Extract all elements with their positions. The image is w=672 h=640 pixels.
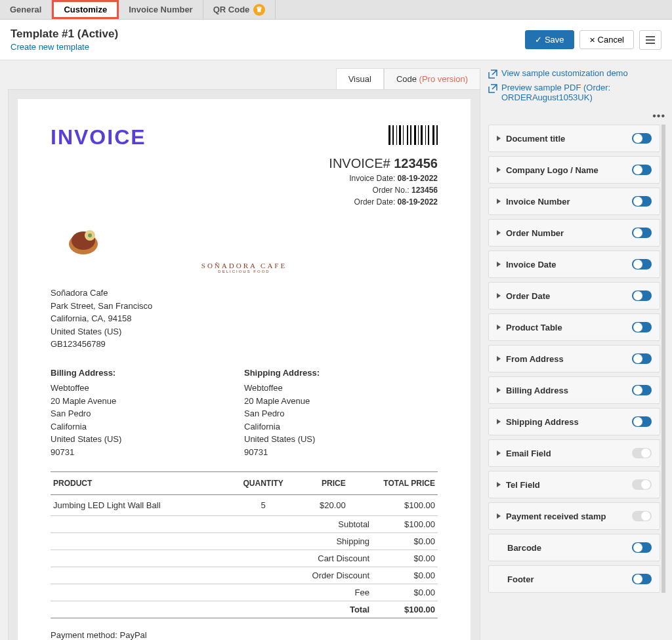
invoice-preview: INVOICE INVOICE# 123456 Invoice Date: 08…: [18, 99, 471, 640]
expand-arrow-icon: [497, 450, 501, 456]
invoice-number-display: INVOICE# 123456: [51, 156, 438, 171]
totals-row: Fee$0.00: [51, 584, 438, 601]
panel-barcode[interactable]: Barcode: [488, 534, 660, 561]
expand-arrow-icon: [497, 293, 501, 298]
col-product: PRODUCT: [51, 472, 228, 495]
panel-label: Product Table: [506, 323, 562, 332]
toggle-switch[interactable]: [632, 133, 652, 144]
toggle-switch[interactable]: [632, 290, 652, 301]
expand-arrow-icon: [497, 356, 501, 361]
panel-invoice-number[interactable]: Invoice Number: [488, 188, 660, 215]
tab-invoice-number[interactable]: Invoice Number: [119, 0, 203, 19]
expand-arrow-icon: [497, 230, 501, 235]
panel-label: Billing Address: [506, 386, 568, 395]
panel-tel-field[interactable]: Tel Field: [488, 471, 660, 498]
hamburger-icon: [646, 36, 655, 44]
panel-label: Payment received stamp: [506, 511, 606, 521]
invoice-title: INVOICE: [51, 125, 146, 150]
panel-order-date[interactable]: Order Date: [488, 282, 660, 310]
toggle-switch[interactable]: [632, 574, 652, 584]
order-no: Order No.: 123456: [51, 184, 438, 196]
tab-qr-code-label: QR Code: [213, 5, 250, 14]
toggle-switch[interactable]: [632, 385, 652, 395]
panel-label: From Address: [506, 354, 564, 364]
toggle-switch[interactable]: [632, 259, 652, 270]
order-date: Order Date: 08-19-2022: [51, 196, 438, 208]
panel-label: Footer: [507, 574, 534, 584]
panel-label: Order Number: [506, 228, 564, 238]
panel-from-address[interactable]: From Address: [488, 345, 660, 372]
view-tab-code-label: Code: [396, 74, 417, 84]
panel-label: Tel Field: [506, 480, 540, 490]
panel-label: Email Field: [506, 449, 551, 458]
col-quantity: QUANTITY: [228, 472, 299, 495]
panel-document-title[interactable]: Document title: [488, 125, 660, 152]
toggle-switch[interactable]: [632, 511, 652, 521]
toggle-switch[interactable]: [632, 353, 652, 364]
view-tabs: Visual Code (Pro version): [8, 68, 480, 89]
expand-arrow-icon: [497, 482, 501, 487]
toggle-switch[interactable]: [632, 228, 652, 238]
panel-product-table[interactable]: Product Table: [488, 313, 660, 341]
toggle-switch[interactable]: [632, 479, 652, 490]
panel-payment-received-stamp[interactable]: Payment received stamp: [488, 502, 660, 530]
barcode-icon: [388, 125, 438, 145]
tab-general[interactable]: General: [0, 0, 52, 19]
logo-text: SOÑADORA CAFE: [51, 262, 438, 270]
billing-address: Billing Address: Webtoffee20 Maple Avenu…: [51, 367, 244, 459]
toggle-switch[interactable]: [632, 165, 652, 175]
create-template-link[interactable]: Create new template: [10, 42, 89, 52]
toggle-switch[interactable]: [632, 448, 652, 458]
preview-canvas: INVOICE INVOICE# 123456 Invoice Date: 08…: [8, 89, 480, 640]
col-price: PRICE: [299, 472, 348, 495]
panel-label: Barcode: [507, 543, 541, 553]
col-total: TOTAL PRICE: [348, 472, 438, 495]
more-dots-icon[interactable]: •••: [488, 110, 665, 122]
totals-block: Subtotal$100.00Shipping$0.00Cart Discoun…: [51, 516, 438, 618]
panel-billing-address[interactable]: Billing Address: [488, 376, 660, 404]
panel-email-field[interactable]: Email Field: [488, 439, 660, 467]
company-logo: SOÑADORA CAFE DELICIOUS FOOD: [51, 216, 438, 273]
panel-label: Document title: [506, 134, 565, 144]
panel-order-number[interactable]: Order Number: [488, 219, 660, 247]
pro-label: (Pro version): [419, 74, 468, 84]
expand-arrow-icon: [497, 136, 501, 141]
logo-icon: [64, 221, 103, 257]
logo-subtext: DELICIOUS FOOD: [51, 270, 438, 273]
panel-label: Shipping Address: [506, 417, 579, 427]
crown-icon: ♛: [253, 4, 265, 16]
panel-company-logo-name[interactable]: Company Logo / Name: [488, 156, 660, 184]
expand-arrow-icon: [497, 513, 501, 519]
grand-total-row: Total$100.00: [51, 601, 438, 618]
panel-label: Invoice Number: [506, 197, 570, 207]
expand-arrow-icon: [497, 167, 501, 172]
menu-button[interactable]: [639, 30, 662, 50]
panel-invoice-date[interactable]: Invoice Date: [488, 250, 660, 278]
customization-panels: Document titleCompany Logo / NameInvoice…: [488, 125, 665, 593]
totals-row: Cart Discount$0.00: [51, 550, 438, 567]
toggle-switch[interactable]: [632, 196, 652, 207]
toggle-switch[interactable]: [632, 322, 652, 332]
svg-point-3: [88, 233, 92, 237]
external-link-icon: [488, 84, 497, 93]
demo-link[interactable]: View sample customization demo: [488, 68, 665, 79]
settings-tabs: General Customize Invoice Number QR Code…: [0, 0, 672, 20]
panel-shipping-address[interactable]: Shipping Address: [488, 408, 660, 435]
cancel-button[interactable]: Cancel: [579, 30, 634, 49]
expand-arrow-icon: [497, 388, 501, 393]
preview-pdf-link[interactable]: Preview sample PDF (Order: ORDERAugust10…: [488, 83, 665, 102]
view-tab-visual[interactable]: Visual: [336, 68, 384, 89]
tab-qr-code[interactable]: QR Code ♛: [203, 0, 276, 19]
template-title: Template #1 (Active): [10, 28, 118, 41]
toggle-switch[interactable]: [632, 542, 652, 553]
tab-customize[interactable]: Customize: [52, 0, 119, 19]
totals-row: Order Discount$0.00: [51, 567, 438, 584]
save-button[interactable]: Save: [525, 30, 574, 49]
toggle-switch[interactable]: [632, 416, 652, 427]
panel-label: Company Logo / Name: [506, 165, 598, 175]
view-tab-code[interactable]: Code (Pro version): [384, 68, 480, 89]
expand-arrow-icon: [497, 199, 501, 204]
panel-footer[interactable]: Footer: [488, 565, 660, 593]
payment-method: Payment method: PayPal: [51, 630, 438, 640]
expand-arrow-icon: [497, 419, 501, 424]
